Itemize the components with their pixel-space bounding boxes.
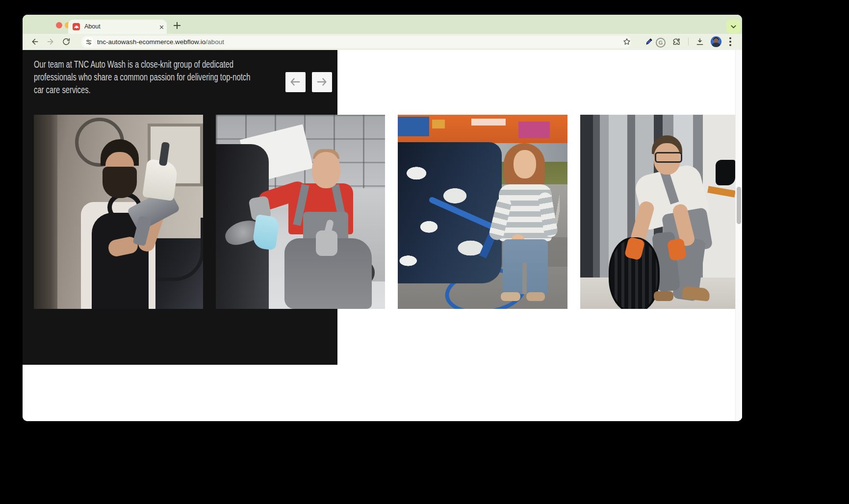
- team-intro-line-1: Our team at TNC Auto Wash is a close-kni…: [34, 58, 267, 71]
- avatar-shoulders: [712, 43, 720, 47]
- toolbar-separator: [688, 38, 689, 46]
- photo4-glasses: [655, 152, 682, 163]
- photo3-shoe-right: [526, 292, 545, 301]
- url-address-bar[interactable]: tnc-autowash-ecommerce.webflow.io/about: [81, 36, 631, 48]
- plus-icon: [177, 22, 178, 29]
- photo3-pink-sign: [518, 122, 550, 138]
- forward-button[interactable]: [47, 37, 55, 46]
- url-path: /about: [206, 38, 224, 46]
- new-tab-button[interactable]: [174, 22, 180, 29]
- photo3-white-sign: [471, 119, 506, 126]
- carousel-prev-button[interactable]: [285, 72, 306, 92]
- site-info-button[interactable]: [83, 37, 94, 47]
- carousel-slide-3[interactable]: [398, 115, 567, 309]
- photo1-door-frame: [34, 115, 57, 309]
- url-domain: tnc-autowash-ecommerce.webflow.io: [97, 38, 206, 46]
- photo4-boot-left: [654, 291, 673, 301]
- team-intro-paragraph: Our team at TNC Auto Wash is a close-kni…: [34, 58, 267, 96]
- g-extension-icon[interactable]: G: [656, 38, 666, 48]
- photo2-blue-microfiber-cloth: [252, 214, 280, 251]
- carousel-slide-2[interactable]: [216, 115, 385, 309]
- browser-toolbar: tnc-autowash-ecommerce.webflow.io/about …: [23, 34, 742, 50]
- url-text: tnc-autowash-ecommerce.webflow.io/about: [97, 38, 224, 46]
- carousel-next-button[interactable]: [312, 72, 332, 92]
- browser-menu-kebab-icon[interactable]: [729, 37, 731, 46]
- photo3-yellow-sign: [432, 120, 445, 128]
- download-button[interactable]: [695, 37, 704, 46]
- tab-title: About: [84, 23, 101, 30]
- browser-window: About: [23, 15, 742, 421]
- left-arrow-icon: [290, 77, 301, 87]
- extensions-puzzle-icon[interactable]: [672, 37, 681, 46]
- tune-icon: [85, 39, 92, 46]
- photo2-face: [312, 152, 340, 188]
- tab-favicon-car-icon: [73, 23, 80, 30]
- profile-avatar[interactable]: [711, 36, 721, 47]
- bookmark-star-icon[interactable]: [622, 37, 631, 46]
- eyedropper-extension-icon[interactable]: [644, 37, 653, 46]
- page-viewport: Our team at TNC Auto Wash is a close-kni…: [23, 50, 742, 421]
- team-intro-line-2: professionals who share a common passion…: [34, 71, 267, 83]
- carousel-slide-4[interactable]: [580, 115, 735, 309]
- back-button[interactable]: [30, 37, 39, 46]
- carousel-slide-1[interactable]: [34, 115, 203, 309]
- photo4-orange-glove-right: [667, 238, 687, 261]
- right-arrow-icon: [316, 77, 327, 87]
- photo3-blue-sign: [398, 117, 429, 136]
- tab-close-icon[interactable]: [158, 24, 165, 30]
- page-scrollbar-track[interactable]: [735, 50, 742, 421]
- tab-strip: About: [23, 15, 742, 34]
- photo3-shoe-left: [501, 292, 520, 301]
- photo1-beard: [103, 167, 137, 198]
- photo1-hose: [155, 218, 203, 281]
- browser-tab-about[interactable]: About: [68, 20, 167, 34]
- page-scrollbar-thumb[interactable]: [737, 187, 741, 224]
- tab-search-chevron-button[interactable]: [726, 20, 741, 33]
- reload-button[interactable]: [62, 37, 71, 46]
- photo4-car-mirror: [716, 160, 735, 185]
- car-icon: [74, 24, 79, 30]
- photo3-leg-gap: [522, 263, 527, 294]
- photo3-face: [514, 150, 536, 178]
- traffic-light-close[interactable]: [56, 22, 62, 28]
- chevron-down-icon: [729, 23, 738, 31]
- photo2-fist: [316, 230, 337, 256]
- team-intro-line-3: car care services.: [34, 83, 267, 96]
- photo3-foam-patches: [398, 142, 502, 283]
